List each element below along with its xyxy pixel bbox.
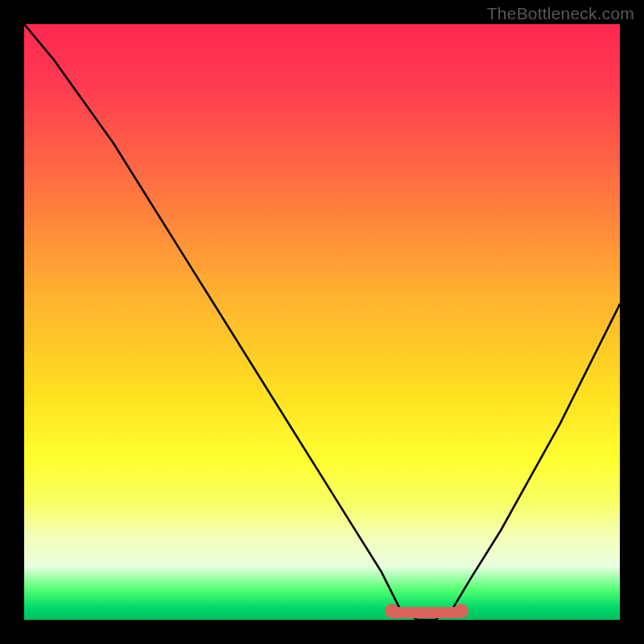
curve-path [24, 24, 620, 620]
plot-area [24, 24, 620, 620]
optimal-range-marker-cap-left [385, 604, 399, 618]
optimal-range-marker [390, 607, 462, 618]
chart-frame: TheBottleneck.com [0, 0, 644, 644]
watermark-text: TheBottleneck.com [487, 4, 634, 23]
bottleneck-curve [24, 24, 620, 620]
optimal-range-marker-cap-right [454, 604, 469, 618]
